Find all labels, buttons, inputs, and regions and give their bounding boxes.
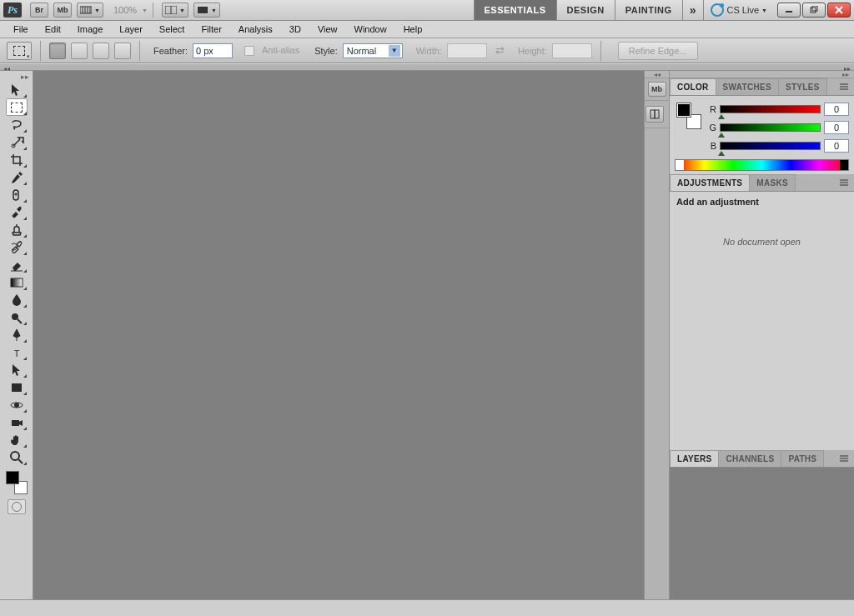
close-button[interactable] <box>827 3 851 18</box>
r-slider[interactable] <box>720 105 821 113</box>
workspace-design[interactable]: DESIGN <box>557 0 615 20</box>
layers-panel <box>670 468 854 599</box>
tool-eyedropper[interactable] <box>6 168 28 186</box>
minimize-button[interactable] <box>777 3 801 18</box>
zoom-level[interactable]: 100% <box>113 5 137 15</box>
tool-path-selection[interactable] <box>6 361 28 378</box>
tool-gradient[interactable] <box>6 273 28 291</box>
menu-file[interactable]: File <box>5 22 37 37</box>
selection-subtract-button[interactable] <box>93 43 109 59</box>
tool-type[interactable]: T <box>6 343 28 361</box>
tab-masks[interactable]: MASKS <box>749 174 796 191</box>
workspace-more-button[interactable]: » <box>683 3 703 17</box>
cs-live-button[interactable]: CS Live ▼ <box>711 3 767 17</box>
panel-menu-button[interactable] <box>839 453 851 463</box>
feather-input[interactable] <box>193 43 233 58</box>
g-value-input[interactable] <box>824 121 849 134</box>
tool-lasso[interactable] <box>6 116 28 133</box>
tool-rectangular-marquee[interactable] <box>6 98 28 116</box>
tab-swatches[interactable]: SWATCHES <box>716 78 779 95</box>
panel-grip[interactable]: ▸▸ <box>0 73 33 81</box>
selection-new-button[interactable] <box>49 43 66 59</box>
svg-point-19 <box>12 313 18 320</box>
menu-analysis[interactable]: Analysis <box>230 22 281 37</box>
dock-collapse-strip[interactable]: ◂◂▸▸ <box>0 63 854 71</box>
workspace-painting[interactable]: PAINTING <box>615 0 682 20</box>
tab-adjustments[interactable]: ADJUSTMENTS <box>670 174 750 191</box>
tool-clone-stamp[interactable] <box>6 221 28 238</box>
tab-styles[interactable]: STYLES <box>778 78 827 95</box>
tab-layers[interactable]: LAYERS <box>670 450 719 467</box>
color-fg-bg-swatch[interactable] <box>675 101 703 131</box>
menu-layer[interactable]: Layer <box>111 22 151 37</box>
tool-crop[interactable] <box>6 151 28 168</box>
menu-filter[interactable]: Filter <box>193 22 229 37</box>
menu-view[interactable]: View <box>309 22 346 37</box>
panel-grip[interactable]: ▸▸ <box>670 71 854 78</box>
selection-intersect-button[interactable] <box>114 43 131 59</box>
b-value-input[interactable] <box>824 139 849 153</box>
tool-3d-object-rotate[interactable] <box>6 396 28 413</box>
arrange-documents-dropdown[interactable]: ▼ <box>162 3 188 18</box>
marquee-icon <box>11 103 23 113</box>
tool-quick-selection[interactable] <box>6 133 28 151</box>
foreground-background-swatch[interactable] <box>4 471 29 494</box>
selection-add-button[interactable] <box>71 43 88 59</box>
tab-channels[interactable]: CHANNELS <box>718 450 781 467</box>
color-spectrum-ramp[interactable] <box>675 159 849 171</box>
tool-blur[interactable] <box>6 291 28 308</box>
tool-zoom[interactable] <box>6 448 28 466</box>
b-slider[interactable] <box>720 142 821 150</box>
adjustments-panel-tabs: ADJUSTMENTS MASKS <box>670 174 854 192</box>
workspace-essentials[interactable]: ESSENTIALS <box>475 0 556 20</box>
minibridge-launch-button[interactable]: Mb <box>53 3 72 18</box>
svg-rect-29 <box>655 110 659 118</box>
tool-history-brush[interactable] <box>6 238 28 256</box>
photoshop-logo-icon[interactable]: Ps <box>3 3 22 18</box>
tool-pen[interactable] <box>6 326 28 343</box>
g-slider[interactable] <box>720 123 821 132</box>
style-select[interactable]: Normal ▼ <box>343 43 403 58</box>
tool-rectangle-shape[interactable] <box>6 378 28 396</box>
zoom-dropdown-icon[interactable]: ▼ <box>142 8 148 13</box>
tab-paths[interactable]: PATHS <box>781 450 824 467</box>
screen-mode-dropdown[interactable]: ▼ <box>193 3 220 18</box>
tool-healing-brush[interactable] <box>6 186 28 203</box>
separator <box>40 41 41 61</box>
panel-menu-button[interactable] <box>839 178 851 188</box>
tool-preset-picker[interactable] <box>7 42 32 60</box>
chevron-down-icon: ▼ <box>761 8 767 13</box>
refine-edge-button: Refine Edge... <box>618 42 698 60</box>
tab-color[interactable]: COLOR <box>670 78 716 95</box>
tool-dodge[interactable] <box>6 308 28 326</box>
feather-label: Feather: <box>153 46 188 56</box>
menu-edit[interactable]: Edit <box>37 22 69 37</box>
workspace-switcher: ESSENTIALS DESIGN PAINTING » <box>474 0 704 20</box>
foreground-color-swatch[interactable] <box>6 471 19 484</box>
tool-move[interactable] <box>6 81 28 98</box>
menu-help[interactable]: Help <box>395 22 431 37</box>
menu-3d[interactable]: 3D <box>281 22 309 37</box>
tool-brush[interactable] <box>6 203 28 221</box>
history-icon <box>650 109 660 119</box>
history-panel-icon[interactable] <box>646 106 664 123</box>
svg-text:T: T <box>13 348 19 358</box>
dock-grip[interactable]: ◂◂ <box>645 71 669 78</box>
svg-rect-7 <box>198 7 208 13</box>
svg-rect-25 <box>12 420 19 426</box>
window-controls <box>777 3 851 18</box>
r-value-input[interactable] <box>824 103 849 116</box>
minibridge-panel-icon[interactable]: Mb <box>648 82 666 97</box>
panel-menu-button[interactable] <box>839 82 851 92</box>
quick-mask-toggle[interactable] <box>8 499 26 514</box>
width-label: Width: <box>416 46 442 56</box>
tool-3d-camera-rotate[interactable] <box>6 413 28 431</box>
view-extras-dropdown[interactable]: ▼ <box>77 3 103 18</box>
tool-hand[interactable] <box>6 431 28 448</box>
maximize-button[interactable] <box>802 3 826 18</box>
menu-image[interactable]: Image <box>69 22 112 37</box>
menu-window[interactable]: Window <box>346 22 395 37</box>
bridge-launch-button[interactable]: Br <box>30 3 48 18</box>
tool-eraser[interactable] <box>6 256 28 273</box>
menu-select[interactable]: Select <box>151 22 193 37</box>
